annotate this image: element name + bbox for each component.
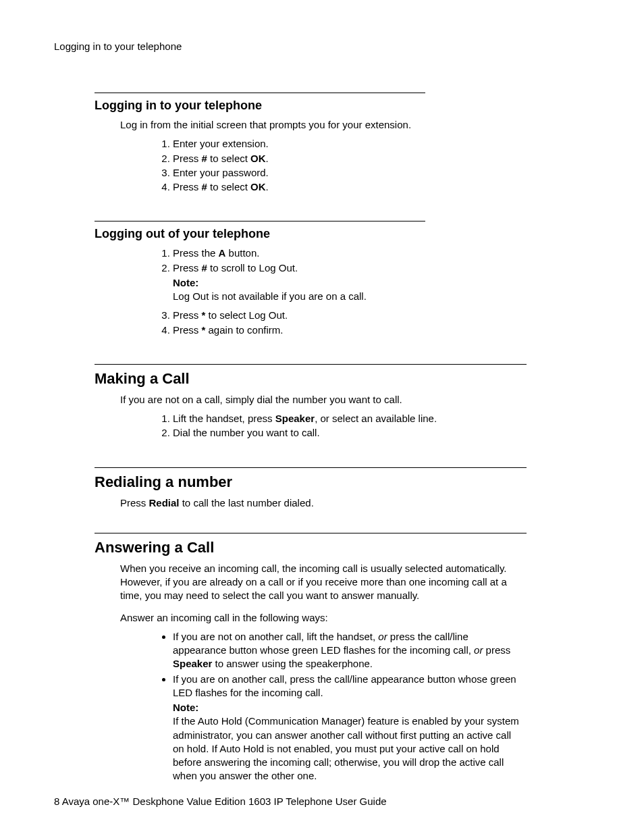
rule xyxy=(95,467,527,468)
note: Note: Log Out is not available if you ar… xyxy=(173,276,522,304)
section-logging-in: Logging in to your telephone Log in from… xyxy=(95,93,522,194)
heading-making-call: Making a Call xyxy=(95,370,522,388)
page: Logging in to your telephone Logging in … xyxy=(0,0,644,834)
heading-answering: Answering a Call xyxy=(95,539,522,556)
step-item: Enter your password. xyxy=(173,166,522,180)
step-item: Dial the number you want to call. xyxy=(173,426,522,440)
bullet-list: If you are not on another call, lift the… xyxy=(161,630,522,783)
steps-list: Enter your extension. Press # to select … xyxy=(173,137,522,194)
bullet-item: If you are not on another call, lift the… xyxy=(173,630,522,671)
footer-title: Avaya one-X™ Deskphone Value Edition 160… xyxy=(62,796,387,807)
rule xyxy=(95,364,527,365)
step-item: Press * again to confirm. xyxy=(173,323,522,337)
step-item: Lift the handset, press Speaker, or sele… xyxy=(173,412,522,425)
steps-list: Press the A button. Press # to scroll to… xyxy=(173,246,522,337)
body-text: Answer an incoming call in the following… xyxy=(120,611,522,625)
section-making-call: Making a Call If you are not on a call, … xyxy=(95,364,522,440)
step-item: Press # to scroll to Log Out. Note: Log … xyxy=(173,261,522,304)
note: Note: If the Auto Hold (Communication Ma… xyxy=(173,701,522,783)
step-item: Enter your extension. xyxy=(173,137,522,151)
section-logging-out: Logging out of your telephone Press the … xyxy=(95,221,522,337)
note-label: Note: xyxy=(173,277,198,288)
step-item: Press # to select OK. xyxy=(173,180,522,194)
note-label: Note: xyxy=(173,702,198,713)
heading-redialing: Redialing a number xyxy=(95,473,522,491)
step-item: Press # to select OK. xyxy=(173,152,522,165)
heading-logging-out: Logging out of your telephone xyxy=(95,227,522,241)
rule xyxy=(95,93,425,93)
body-text: Press Redial to call the last number dia… xyxy=(120,496,522,510)
note-text: If the Auto Hold (Communication Manager)… xyxy=(173,715,519,781)
section-answering: Answering a Call When you receive an inc… xyxy=(95,533,522,783)
bullet-item: If you are on another call, press the ca… xyxy=(173,673,522,783)
rule xyxy=(95,221,425,221)
running-head: Logging in to your telephone xyxy=(54,41,590,52)
step-item: Press the A button. xyxy=(173,246,522,260)
heading-logging-in: Logging in to your telephone xyxy=(95,99,522,113)
intro-text: Log in from the initial screen that prom… xyxy=(120,118,522,132)
rule xyxy=(95,533,527,533)
intro-text: If you are not on a call, simply dial th… xyxy=(120,393,522,407)
step-item: Press * to select Log Out. xyxy=(173,309,522,322)
note-text: Log Out is not available if you are on a… xyxy=(173,290,367,302)
steps-list: Lift the handset, press Speaker, or sele… xyxy=(173,412,522,440)
footer: 8 Avaya one-X™ Deskphone Value Edition 1… xyxy=(54,796,387,807)
body-text: When you receive an incoming call, the i… xyxy=(120,562,522,603)
section-redialing: Redialing a number Press Redial to call … xyxy=(95,467,522,510)
